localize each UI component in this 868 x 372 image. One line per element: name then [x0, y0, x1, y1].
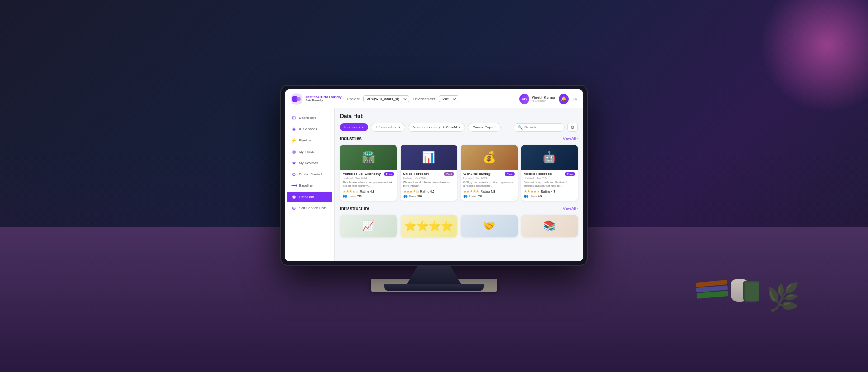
infrastructure-section-header: Infrastructure View All › [340, 206, 578, 211]
users-icon-vehicle: 👥 [343, 194, 347, 198]
sidebar-label-data-hub: Data Hub [299, 195, 314, 199]
industries-title: Industries [340, 136, 362, 141]
sidebar-label-dashboard: Dashboard [299, 116, 316, 120]
avatar: VK [519, 94, 529, 104]
badge-robotics: Free [565, 172, 575, 176]
main-content: Data Hub Industries ▾ Infrastructure ▾ M… [335, 108, 583, 261]
infrastructure-view-all[interactable]: View All › [563, 207, 578, 211]
app-body: ⊞ Dashboard ◈ AI Services ⚡ Pipeline ◎ M… [285, 108, 583, 261]
sidebar-item-baseline[interactable]: ⟷ Baseline [287, 180, 332, 191]
page-title: Data Hub [340, 113, 578, 119]
badge-vehicle: Free [384, 172, 394, 176]
card-rating-sales: ★★★★½ Rating 4.5 [403, 189, 455, 193]
ai-services-icon: ◈ [291, 127, 297, 132]
card-updated-saving: Updated : Jun 2024 [463, 177, 515, 179]
sidebar-label-my-reviews: My Reviews [299, 161, 318, 165]
sidebar-item-pipeline[interactable]: ⚡ Pipeline [287, 135, 332, 146]
card-image-sales: 📊 [401, 145, 458, 170]
search-bar: 🔍 [514, 123, 565, 132]
logo-text: CentificAI Data Foundry Data Foundry [306, 95, 342, 103]
card-rating-robotics: ★★★★★ Rating 4.7 [524, 189, 576, 193]
card-body-vehicle: Vehicle Fuel Economy Free Updated : Sep … [340, 170, 397, 201]
card-title-robotics: Mobile Robotics [524, 172, 552, 176]
advanced-filter-button[interactable]: ⚙ [567, 123, 578, 132]
card-desc-vehicle: This dataset offers a comprehensive look… [343, 180, 394, 188]
rating-value-robotics: Rating 4.7 [541, 190, 556, 193]
logo-area: CentificAI Data Foundry Data Foundry [290, 93, 342, 105]
stars-vehicle: ★★★★☆ [343, 189, 359, 193]
dashboard-icon: ⊞ [291, 115, 297, 120]
sidebar-item-data-hub[interactable]: ◉ Data Hub [287, 192, 332, 202]
sidebar-item-self-service[interactable]: ⊕ Self Service Data [287, 203, 332, 213]
self-service-icon: ⊕ [291, 206, 297, 211]
sidebar-label-self-service: Self Service Data [299, 206, 327, 210]
sidebar-item-cruise-control[interactable]: ⊙ Cruise Control [287, 169, 332, 179]
sidebar-label-cruise-control: Cruise Control [299, 172, 322, 176]
card-title-sales: Sales Forecast [403, 172, 429, 176]
stars-sales: ★★★★½ [403, 189, 419, 193]
notification-button[interactable]: 🔔 [559, 94, 569, 104]
card-mobile-robotics[interactable]: 🤖 Mobile Robotics Free Updated : Jun 202… [521, 145, 578, 201]
infra-card-2[interactable]: ⭐⭐⭐⭐ [401, 215, 458, 237]
card-desc-saving: GDP, gross domestic product, represents … [463, 180, 515, 188]
users-count-vehicle: 780 [357, 195, 362, 198]
card-vehicle-fuel-economy[interactable]: 🛣️ Vehicle Fuel Economy Free Updated : S… [340, 145, 397, 201]
project-selector[interactable]: UPS(Wks_azure_0i) [363, 95, 409, 102]
users-label-robotics: Users [530, 195, 537, 198]
my-reviews-icon: ★ [291, 160, 297, 165]
card-users-sales: 👥 Users 560 [403, 194, 455, 198]
filter-infrastructure[interactable]: Infrastructure ▾ [371, 123, 405, 132]
card-rating-saving: ★★★★★ Rating 4.8 [463, 189, 515, 193]
my-tasks-icon: ◎ [291, 149, 297, 154]
infra-card-3[interactable]: 🤝 [461, 215, 518, 237]
stars-saving: ★★★★★ [463, 189, 479, 193]
sidebar-label-my-tasks: My Tasks [299, 150, 314, 154]
rating-value-sales: Rating 4.5 [420, 190, 434, 193]
card-image-vehicle: 🛣️ [340, 145, 397, 170]
search-input[interactable] [524, 125, 561, 129]
sidebar-label-baseline: Baseline [299, 184, 313, 188]
users-icon-robotics: 👥 [524, 194, 528, 198]
environment-selector[interactable]: Dev [439, 95, 458, 102]
sidebar-item-ai-services[interactable]: ◈ AI Services [287, 124, 332, 134]
app-logo-icon [290, 93, 303, 105]
sidebar-item-my-tasks[interactable]: ◎ My Tasks [287, 146, 332, 157]
baseline-icon: ⟷ [291, 183, 297, 188]
chevron-down-icon: ▾ [458, 125, 460, 129]
user-role: AI Engineer [532, 99, 555, 102]
infra-card-4[interactable]: 📚 [521, 215, 578, 237]
users-label-sales: Users [409, 195, 416, 198]
books-decoration [696, 280, 729, 299]
card-title-vehicle: Vehicle Fuel Economy [343, 172, 381, 176]
user-name: Vinoth Kumar [532, 95, 555, 99]
card-sales-forecast[interactable]: 📊 Sales Forecast Paid Updated : Oct 2024… [401, 145, 458, 201]
card-updated-sales: Updated : Oct 2024 [403, 177, 455, 179]
sidebar-item-my-reviews[interactable]: ★ My Reviews [287, 158, 332, 168]
filter-bar: Industries ▾ Infrastructure ▾ Machine Le… [340, 123, 578, 132]
users-icon-sales: 👥 [403, 194, 408, 198]
filter-industries[interactable]: Industries ▾ [340, 123, 368, 131]
infra-card-1[interactable]: 📈 [340, 215, 397, 237]
environment-label: Environment [413, 97, 436, 101]
industries-view-all[interactable]: View All › [563, 137, 578, 141]
monitor: CentificAI Data Foundry Data Foundry Pro… [280, 85, 588, 291]
filter-source-type[interactable]: Source Type ▾ [468, 123, 501, 132]
users-count-robotics: 456 [538, 195, 542, 198]
badge-saving: Free [505, 172, 515, 176]
users-count-saving: 655 [478, 195, 482, 198]
badge-sales: Paid [444, 172, 454, 176]
user-details: Vinoth Kumar AI Engineer [532, 95, 555, 102]
chevron-down-icon: ▾ [362, 125, 363, 129]
card-title-row-vehicle: Vehicle Fuel Economy Free [343, 172, 394, 176]
card-desc-sales: We see tons of different stores here and… [403, 180, 455, 188]
data-hub-icon: ◉ [291, 194, 297, 199]
sidebar: ⊞ Dashboard ◈ AI Services ⚡ Pipeline ◎ M… [285, 108, 335, 261]
rating-value-vehicle: Rating 4.3 [360, 190, 374, 193]
filter-ml-gen-ai[interactable]: Machine Learning & Gen AI ▾ [408, 123, 465, 132]
mug [743, 281, 760, 302]
card-body-robotics: Mobile Robotics Free Updated : Jun 2024 … [521, 170, 578, 201]
logout-button[interactable]: ⇥ [572, 95, 578, 103]
card-genuine-saving[interactable]: 💰 Genuine saving Free Updated : Jun 2024… [461, 145, 518, 201]
sidebar-item-dashboard[interactable]: ⊞ Dashboard [287, 113, 332, 123]
chevron-down-icon: ▾ [494, 125, 496, 129]
